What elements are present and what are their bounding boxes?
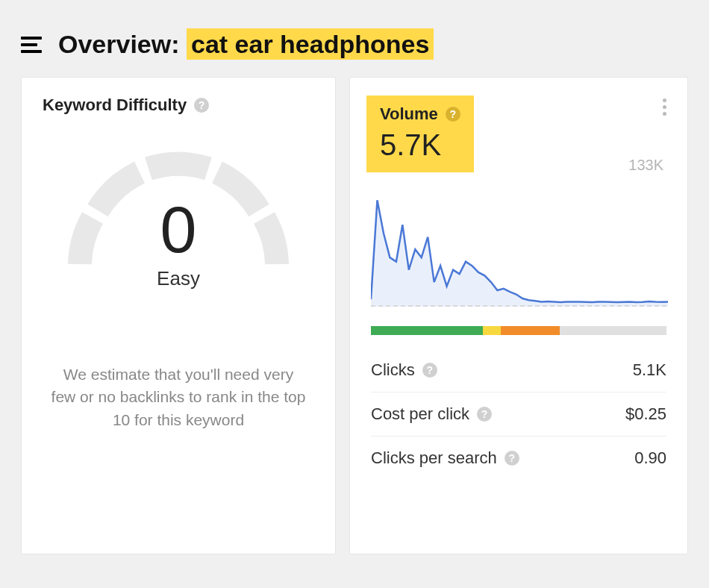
volume-trend-chart xyxy=(371,193,666,320)
kd-title-text: Keyword Difficulty xyxy=(43,96,187,115)
stat-row: Clicks?5.1K xyxy=(371,348,666,392)
stat-label-text: Clicks xyxy=(371,360,415,380)
help-icon[interactable]: ? xyxy=(446,107,460,122)
kd-label: Easy xyxy=(157,267,200,290)
stat-value: $0.25 xyxy=(625,404,666,424)
volume-label: Volume xyxy=(380,104,438,124)
diff-segment xyxy=(560,326,666,335)
stat-label: Clicks? xyxy=(371,360,437,380)
keyword-difficulty-card: Keyword Difficulty ? 0 Easy We estimate … xyxy=(21,77,336,554)
difficulty-distribution-bar xyxy=(371,326,666,335)
page-title: Overview: cat ear headphones xyxy=(58,30,434,59)
kd-score: 0 xyxy=(160,197,197,263)
volume-badge: Volume ? 5.7K xyxy=(366,96,474,172)
diff-segment xyxy=(501,326,560,335)
help-icon[interactable]: ? xyxy=(194,98,209,113)
chart-baseline xyxy=(371,305,666,307)
kd-description: We estimate that you'll need very few or… xyxy=(43,363,314,431)
stat-label: Cost per click? xyxy=(371,404,492,424)
menu-icon[interactable] xyxy=(21,37,42,53)
volume-card: Volume ? 5.7K 133K Clicks?5.1KCost per c… xyxy=(349,77,688,554)
help-icon[interactable]: ? xyxy=(505,451,519,466)
stat-value: 0.90 xyxy=(634,448,666,468)
peak-value: 133K xyxy=(628,157,663,174)
diff-segment xyxy=(483,326,501,335)
stat-label-text: Clicks per search xyxy=(371,448,497,468)
more-menu-icon[interactable] xyxy=(663,98,666,116)
stats-list: Clicks?5.1KCost per click?$0.25Clicks pe… xyxy=(371,348,666,480)
stat-label: Clicks per search? xyxy=(371,448,519,468)
help-icon[interactable]: ? xyxy=(477,407,492,422)
diff-segment xyxy=(371,326,483,335)
stat-row: Clicks per search?0.90 xyxy=(371,436,666,480)
volume-value: 5.7K xyxy=(380,128,460,162)
title-prefix: Overview: xyxy=(58,30,187,58)
stat-row: Cost per click?$0.25 xyxy=(371,392,666,436)
help-icon[interactable]: ? xyxy=(422,363,437,378)
kd-title: Keyword Difficulty ? xyxy=(43,96,314,115)
stat-label-text: Cost per click xyxy=(371,404,469,424)
keyword-highlight: cat ear headphones xyxy=(187,28,434,60)
stat-value: 5.1K xyxy=(633,360,666,380)
